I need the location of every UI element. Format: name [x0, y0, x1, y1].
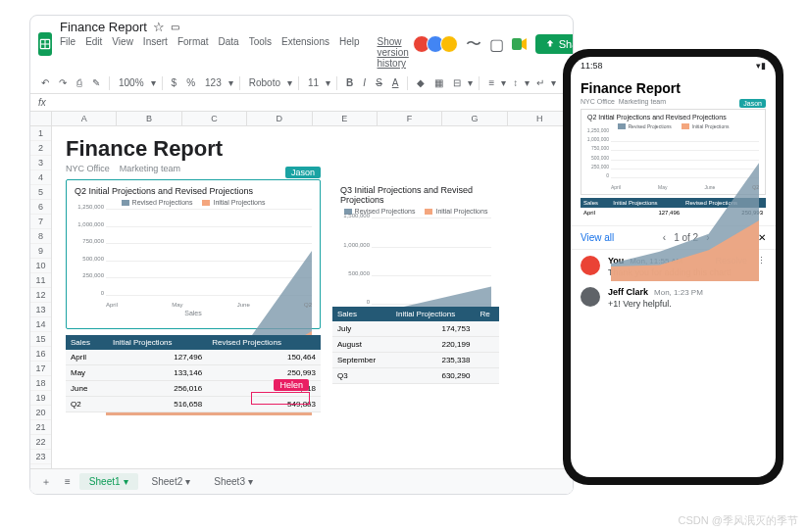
valign-btn[interactable]: ↕ [510, 75, 521, 90]
strike-btn[interactable]: S [373, 75, 385, 90]
menu-tools[interactable]: Tools [249, 36, 272, 69]
menu-extensions[interactable]: Extensions [281, 36, 329, 69]
sheet-tab[interactable]: Sheet3 ▾ [204, 473, 263, 490]
all-sheets-btn[interactable]: ≡ [60, 473, 76, 490]
menu-help[interactable]: Help [339, 36, 360, 69]
meet-icon[interactable] [512, 38, 528, 50]
row-header[interactable]: 23 [30, 450, 51, 464]
sheet-tab[interactable]: Sheet1 ▾ [79, 473, 138, 490]
zoom-select[interactable]: 100% [116, 75, 147, 90]
close-comments-btn[interactable]: ✕ [758, 232, 766, 243]
print-btn[interactable]: ⎙ [74, 75, 85, 90]
row-header[interactable]: 19 [30, 391, 51, 406]
row-header[interactable]: 21 [30, 420, 51, 435]
svg-rect-3 [512, 38, 522, 50]
italic-btn[interactable]: I [360, 75, 369, 90]
collaborator-tag-jason: Jason [285, 167, 321, 178]
menu-view[interactable]: View [112, 36, 133, 69]
row-header[interactable]: 6 [30, 200, 51, 215]
q2-table[interactable]: SalesInitial ProjectionsRevised Projecti… [66, 335, 321, 412]
bold-btn[interactable]: B [343, 75, 356, 90]
row-header[interactable]: 8 [30, 229, 51, 244]
comment-icon[interactable]: ▢ [489, 35, 504, 54]
row-header[interactable]: 10 [30, 259, 51, 273]
merge-btn[interactable]: ⊟ [450, 75, 464, 90]
version-history-link[interactable]: Show version history [378, 36, 409, 69]
menu-edit[interactable]: Edit [85, 36, 102, 69]
dec-btn[interactable]: 123 [202, 75, 225, 90]
row-header[interactable]: 13 [30, 303, 51, 317]
col-header[interactable]: E [313, 112, 378, 125]
phone-statusbar: 11:58 ▾▮ [571, 57, 776, 74]
q2-chart[interactable]: Jason Q2 Initial Projections and Revised… [66, 179, 321, 329]
comment-text: +1! Very helpful. [608, 299, 766, 309]
doc-title[interactable]: Finance Report [60, 20, 147, 34]
subtitle-team: Marketing team [120, 164, 180, 173]
row-header[interactable]: 5 [30, 185, 51, 200]
row-header[interactable]: 9 [30, 244, 51, 259]
row-header[interactable]: 12 [30, 288, 51, 303]
sheets-logo [38, 32, 52, 56]
text-color-btn[interactable]: A [389, 75, 402, 90]
fill-btn[interactable]: ◆ [414, 75, 428, 90]
row-header[interactable]: 20 [30, 406, 51, 420]
share-button[interactable]: Share [535, 34, 574, 54]
undo-btn[interactable]: ↶ [38, 75, 52, 90]
add-sheet-btn[interactable]: ＋ [36, 472, 56, 492]
subtitle-office: NYC Office [66, 164, 110, 173]
comment-item: Jeff Clark Mon, 1:23 PM +1! Very helpful… [581, 287, 766, 309]
phone-chart[interactable]: Q2 Initial Projections and Revised Proje… [581, 109, 766, 195]
sheets-app: Finance Report ☆ ▭ File Edit View Insert… [29, 15, 574, 495]
menu-file[interactable]: File [60, 36, 76, 69]
paint-btn[interactable]: ✎ [89, 75, 103, 90]
page-title: Finance Report [66, 136, 559, 162]
menu-format[interactable]: Format [177, 36, 209, 69]
col-header[interactable]: D [247, 112, 312, 125]
view-all-link[interactable]: View all [581, 232, 614, 243]
row-header[interactable]: 7 [30, 215, 51, 229]
phone-signal-icons: ▾▮ [756, 61, 766, 71]
row-header[interactable]: 17 [30, 362, 51, 376]
collaborator-avatars[interactable] [417, 35, 458, 53]
spreadsheet-grid[interactable]: A B C D E F G H 123456789101112131415161… [30, 112, 573, 495]
formula-bar[interactable]: fx [30, 94, 573, 112]
border-btn[interactable]: ▦ [431, 75, 446, 90]
size-select[interactable]: 11 [305, 75, 322, 90]
redo-btn[interactable]: ↷ [56, 75, 70, 90]
pct-btn[interactable]: % [183, 75, 198, 90]
row-header[interactable]: 14 [30, 317, 51, 332]
col-header[interactable]: F [378, 112, 442, 125]
row-header[interactable]: 4 [30, 170, 51, 185]
star-icon[interactable]: ☆ [153, 20, 165, 34]
wrap-btn[interactable]: ↵ [533, 75, 547, 90]
font-select[interactable]: Roboto [246, 75, 283, 90]
menubar: File Edit View Insert Format Data Tools … [60, 36, 409, 69]
row-header[interactable]: 11 [30, 273, 51, 288]
col-header[interactable]: G [442, 112, 507, 125]
row-header[interactable]: 2 [30, 141, 51, 156]
q3-table[interactable]: SalesInitial ProjectionsRe July174,753 A… [332, 307, 499, 384]
move-icon[interactable]: ▭ [171, 22, 179, 32]
sheet-tab[interactable]: Sheet2 ▾ [142, 473, 201, 490]
row-header[interactable]: 3 [30, 156, 51, 170]
menu-data[interactable]: Data [219, 36, 239, 69]
col-header[interactable]: C [182, 112, 247, 125]
trend-icon[interactable]: 〜 [466, 34, 481, 55]
titlebar: Finance Report ☆ ▭ File Edit View Insert… [30, 16, 573, 73]
comment-time: Mon, 1:23 PM [654, 288, 703, 297]
row-header[interactable]: 22 [30, 435, 51, 450]
row-header[interactable]: 1 [30, 126, 51, 141]
menu-insert[interactable]: Insert [143, 36, 168, 69]
phone-jason-tag: Jason [739, 99, 766, 108]
phone-mockup: 11:58 ▾▮ Finance Report NYC Office Marke… [563, 49, 783, 485]
col-header[interactable]: B [117, 112, 181, 125]
comment-author: Jeff Clark [608, 287, 648, 297]
row-header[interactable]: 15 [30, 332, 51, 347]
halign-btn[interactable]: ≡ [485, 75, 497, 90]
row-header[interactable]: 18 [30, 376, 51, 391]
money-btn[interactable]: $ [169, 75, 180, 90]
toolbar: ↶ ↷ ⎙ ✎ 100%▾ $ % 123▾ Roboto▾ 11▾ B I S… [30, 73, 573, 94]
avatar [581, 256, 600, 275]
col-header[interactable]: A [52, 112, 117, 125]
row-header[interactable]: 16 [30, 347, 51, 362]
